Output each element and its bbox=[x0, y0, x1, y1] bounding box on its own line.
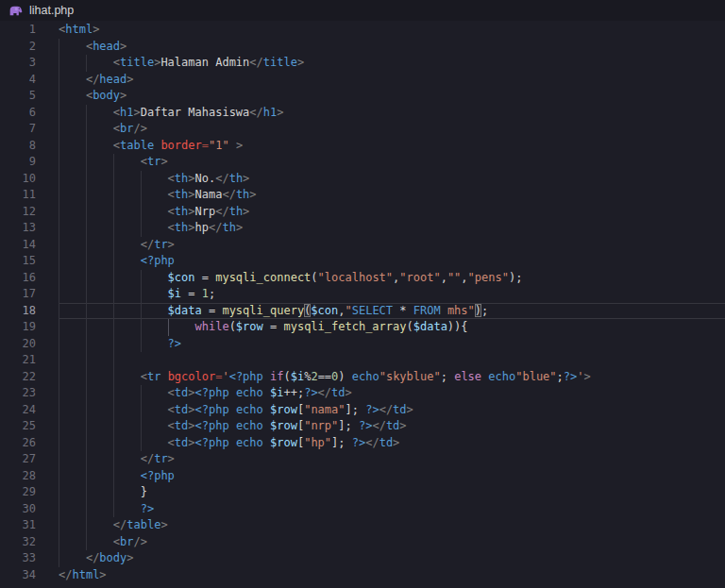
indent-guide bbox=[59, 501, 59, 518]
line-number[interactable]: 32 bbox=[0, 534, 36, 551]
line-number[interactable]: 27 bbox=[0, 451, 36, 468]
indent-guide bbox=[141, 385, 142, 402]
code-line[interactable]: <?php bbox=[59, 253, 725, 270]
line-number[interactable]: 21 bbox=[0, 352, 36, 369]
line-number[interactable]: 7 bbox=[0, 121, 36, 138]
code-line[interactable]: </tr> bbox=[59, 451, 725, 468]
line-number[interactable]: 2 bbox=[0, 39, 36, 56]
code-line[interactable]: <tr bgcolor='<?php if($i%2==0) echo"skyb… bbox=[59, 369, 725, 386]
code-line[interactable]: while($row = mysqli_fetch_array($data)){ bbox=[59, 319, 725, 336]
code-line[interactable]: <h1>Daftar Mahasiswa</h1> bbox=[59, 105, 725, 122]
line-number[interactable]: 1 bbox=[0, 22, 36, 39]
line-number[interactable]: 23 bbox=[0, 385, 36, 402]
indent-guide bbox=[86, 402, 87, 419]
code-editor[interactable]: 1234567891011121314151617181920212223242… bbox=[0, 21, 725, 583]
line-number[interactable]: 8 bbox=[0, 138, 36, 155]
line-number[interactable]: 25 bbox=[0, 418, 36, 435]
indent-guide bbox=[86, 484, 87, 501]
code-line[interactable]: ?> bbox=[59, 336, 725, 353]
indent-guide bbox=[59, 550, 59, 567]
line-number[interactable]: 28 bbox=[0, 468, 36, 485]
code-line[interactable]: ?> bbox=[59, 501, 725, 518]
code-line[interactable]: </html> bbox=[59, 567, 725, 584]
indent-guide bbox=[141, 286, 142, 303]
line-number[interactable]: 24 bbox=[0, 402, 36, 419]
code-line[interactable]: $data = mysqli_query($con,"SELECT * FROM… bbox=[59, 303, 725, 320]
code-line[interactable]: <td><?php echo $row["nrp"]; ?></td> bbox=[59, 418, 725, 435]
line-number[interactable]: 31 bbox=[0, 517, 36, 534]
line-number[interactable]: 13 bbox=[0, 220, 36, 237]
code-line[interactable]: <th>Nrp</th> bbox=[59, 204, 725, 221]
code-line[interactable]: <tr> bbox=[59, 154, 725, 171]
code-line[interactable]: } bbox=[59, 484, 725, 501]
indent-guide bbox=[59, 55, 59, 72]
line-number[interactable]: 5 bbox=[0, 88, 36, 105]
code-line[interactable]: <table border="1" > bbox=[59, 138, 725, 155]
code-line[interactable]: $con = mysqli_connect("localhost","root"… bbox=[59, 270, 725, 287]
code-line[interactable]: <html> bbox=[59, 22, 725, 39]
indent-guide bbox=[113, 204, 114, 221]
line-number[interactable]: 30 bbox=[0, 501, 36, 518]
title-bar[interactable]: lihat.php bbox=[0, 0, 725, 21]
line-number[interactable]: 20 bbox=[0, 336, 36, 353]
indent-guide bbox=[59, 336, 59, 353]
indent-guide bbox=[59, 204, 59, 221]
indent-guide bbox=[86, 418, 87, 435]
line-number[interactable]: 34 bbox=[0, 567, 36, 584]
indent-guide bbox=[86, 369, 87, 386]
code-area[interactable]: <html> <head> <title>Halaman Admin</titl… bbox=[59, 22, 725, 583]
code-line[interactable]: </head> bbox=[59, 72, 725, 89]
indent-guide bbox=[113, 237, 114, 254]
line-number[interactable]: 14 bbox=[0, 237, 36, 254]
line-number[interactable]: 3 bbox=[0, 55, 36, 72]
indent-guide bbox=[59, 88, 59, 105]
code-line[interactable]: <td><?php echo $row["nama"]; ?></td> bbox=[59, 402, 725, 419]
line-number[interactable]: 11 bbox=[0, 187, 36, 204]
line-number[interactable]: 16 bbox=[0, 270, 36, 287]
code-line[interactable] bbox=[59, 352, 725, 369]
indent-guide bbox=[141, 303, 142, 320]
editor-window: lihat.php 123456789101112131415161718192… bbox=[0, 0, 725, 588]
indent-guide bbox=[59, 270, 59, 287]
code-line[interactable]: </body> bbox=[59, 550, 725, 567]
php-elephant-icon bbox=[8, 5, 23, 16]
indent-guide bbox=[59, 154, 59, 171]
line-number[interactable]: 15 bbox=[0, 253, 36, 270]
line-number[interactable]: 33 bbox=[0, 550, 36, 567]
line-number[interactable]: 19 bbox=[0, 319, 36, 336]
line-number[interactable]: 29 bbox=[0, 484, 36, 501]
indent-guide bbox=[141, 418, 142, 435]
line-number[interactable]: 26 bbox=[0, 435, 36, 452]
indent-guide bbox=[86, 501, 87, 518]
code-line[interactable]: <title>Halaman Admin</title> bbox=[59, 55, 725, 72]
line-number[interactable]: 6 bbox=[0, 105, 36, 122]
line-number[interactable]: 18 bbox=[0, 303, 36, 320]
code-line[interactable]: <td><?php echo $i++;?></td> bbox=[59, 385, 725, 402]
indent-guide bbox=[86, 270, 87, 287]
code-line[interactable]: $i = 1; bbox=[59, 286, 725, 303]
code-line[interactable]: <td><?php echo $row["hp"]; ?></td> bbox=[59, 435, 725, 452]
indent-guide bbox=[113, 171, 114, 188]
line-number[interactable]: 22 bbox=[0, 369, 36, 386]
line-number[interactable]: 10 bbox=[0, 171, 36, 188]
code-line[interactable]: <?php bbox=[59, 468, 725, 485]
code-line[interactable]: <th>No.</th> bbox=[59, 171, 725, 188]
code-line[interactable]: <br/> bbox=[59, 121, 725, 138]
indent-guide bbox=[113, 352, 114, 369]
indent-guide bbox=[59, 418, 59, 435]
indent-guide bbox=[86, 534, 87, 551]
code-line[interactable]: <br/> bbox=[59, 534, 725, 551]
indent-guide bbox=[113, 402, 114, 419]
code-line[interactable]: </table> bbox=[59, 517, 725, 534]
line-number[interactable]: 4 bbox=[0, 72, 36, 89]
code-line[interactable]: <th>hp</th> bbox=[59, 220, 725, 237]
code-line[interactable]: </tr> bbox=[59, 237, 725, 254]
code-line[interactable]: <body> bbox=[59, 88, 725, 105]
line-number[interactable]: 9 bbox=[0, 154, 36, 171]
line-number[interactable]: 17 bbox=[0, 286, 36, 303]
code-line[interactable]: <head> bbox=[59, 39, 725, 56]
indent-guide bbox=[86, 451, 87, 468]
line-number[interactable]: 12 bbox=[0, 204, 36, 221]
indent-guide bbox=[86, 286, 87, 303]
code-line[interactable]: <th>Nama</th> bbox=[59, 187, 725, 204]
